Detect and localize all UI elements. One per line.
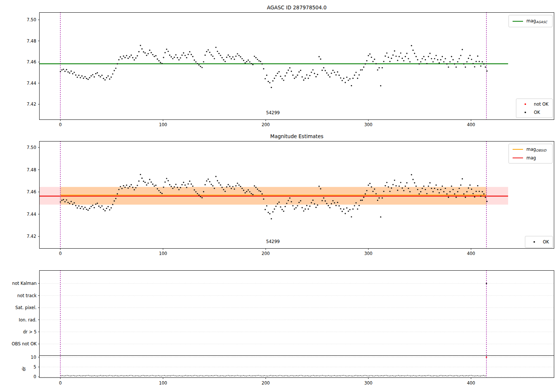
scatter-point-ok: [258, 190, 259, 191]
scatter-point-ok: [345, 82, 346, 83]
scatter-point-ok: [165, 181, 166, 183]
scatter-point-ok: [443, 61, 444, 62]
scatter-point-ok: [368, 55, 369, 56]
scatter-point-ok: [229, 186, 230, 187]
scatter-point-ok: [121, 58, 122, 59]
dr-point: [61, 375, 62, 376]
scatter-point-ok: [186, 187, 187, 188]
scatter-point-ok: [157, 188, 158, 189]
dr-point: [73, 375, 74, 376]
scatter-point-ok: [469, 55, 470, 56]
scatter-point-ok: [206, 180, 207, 181]
dr-point: [449, 375, 450, 376]
scatter-point-ok: [134, 189, 135, 190]
dr-point: [287, 376, 288, 376]
scatter-point-ok: [138, 51, 139, 52]
scatter-point-ok: [408, 58, 409, 59]
dr-point: [307, 375, 308, 376]
scatter-point-ok: [243, 190, 244, 191]
dr-point: [399, 376, 400, 376]
scatter-point-ok: [409, 61, 410, 62]
scatter-point-ok: [143, 51, 144, 52]
dr-point: [391, 376, 391, 376]
dr-point: [366, 375, 367, 376]
dr-point: [299, 375, 300, 376]
scatter-point-ok: [474, 66, 475, 67]
scatter-point-ok: [197, 63, 198, 64]
scatter-point-ok: [184, 55, 186, 56]
dr-point: [67, 375, 68, 376]
scatter-point-ok: [91, 206, 92, 207]
dr-point: [242, 375, 242, 376]
dr-point: [472, 375, 473, 376]
scatter-point-ok: [66, 69, 67, 70]
dr-point: [273, 375, 274, 376]
dr-point: [331, 376, 332, 376]
not-ok-label: not OK: [534, 102, 548, 107]
scatter-point-ok: [408, 188, 409, 189]
scatter-point-ok: [84, 76, 85, 77]
scatter-point-ok: [485, 197, 486, 198]
dr-point: [412, 375, 413, 376]
dr-point: [334, 375, 335, 376]
scatter-point-ok: [112, 204, 113, 205]
scatter-point-ok: [274, 78, 275, 79]
dr-point: [93, 376, 93, 376]
scatter-point-ok: [226, 57, 227, 58]
dr-point: [228, 375, 228, 376]
dr-point: [253, 375, 254, 376]
x-tick-label: 300: [364, 251, 373, 256]
scatter-point-ok: [431, 188, 432, 189]
dr-point: [193, 375, 194, 376]
y-tick-label: 7.42: [27, 234, 36, 239]
scatter-point-ok: [174, 186, 175, 187]
dr-point: [289, 376, 289, 376]
dr-point: [298, 376, 298, 376]
dr-point: [292, 375, 292, 376]
scatter-point-ok: [158, 60, 159, 61]
dr-point: [153, 375, 154, 376]
scatter-point-ok: [268, 212, 269, 213]
scatter-point-ok: [280, 76, 281, 77]
scatter-point-ok: [473, 63, 474, 64]
scatter-point-ok: [329, 76, 330, 77]
dr-point: [165, 376, 166, 376]
scatter-point-ok: [476, 191, 477, 192]
dr-point: [448, 375, 449, 376]
scatter-point-ok: [217, 180, 218, 181]
scatter-point-ok: [317, 74, 318, 75]
scatter-point-ok: [234, 59, 235, 60]
dr-point: [395, 376, 396, 376]
scatter-point-ok: [166, 49, 167, 50]
scatter-point-ok: [203, 61, 204, 62]
scatter-point-ok: [482, 61, 483, 62]
scatter-point-ok: [321, 70, 323, 71]
scatter-point-ok: [308, 208, 309, 209]
scatter-point-ok: [302, 207, 303, 208]
dr-point: [236, 375, 236, 376]
dr-point: [444, 375, 444, 376]
scatter-point-ok: [311, 202, 312, 203]
scatter-point-ok: [69, 72, 70, 74]
dr-point: [295, 375, 295, 376]
scatter-point-ok: [168, 51, 169, 52]
dr-point: [234, 376, 235, 376]
scatter-point-ok: [425, 59, 426, 60]
scatter-point-ok: [434, 188, 435, 189]
scatter-point-ok: [462, 49, 463, 50]
scatter-point-ok: [426, 193, 427, 194]
scatter-point-ok: [358, 74, 360, 75]
scatter-point-ok: [382, 67, 383, 68]
scatter-point-ok: [458, 58, 460, 59]
scatter-point-ok: [349, 78, 351, 79]
flag-point-not-kalman: [486, 283, 487, 284]
scatter-point-ok: [288, 69, 289, 71]
scatter-point-ok: [189, 51, 190, 52]
scatter-point-ok: [451, 56, 452, 57]
scatter-point-ok: [479, 61, 480, 62]
scatter-point-ok: [463, 193, 464, 195]
scatter-point-ok: [414, 53, 415, 54]
scatter-point-ok: [271, 218, 272, 219]
dr-point: [457, 376, 458, 376]
scatter-point-ok: [206, 51, 207, 52]
